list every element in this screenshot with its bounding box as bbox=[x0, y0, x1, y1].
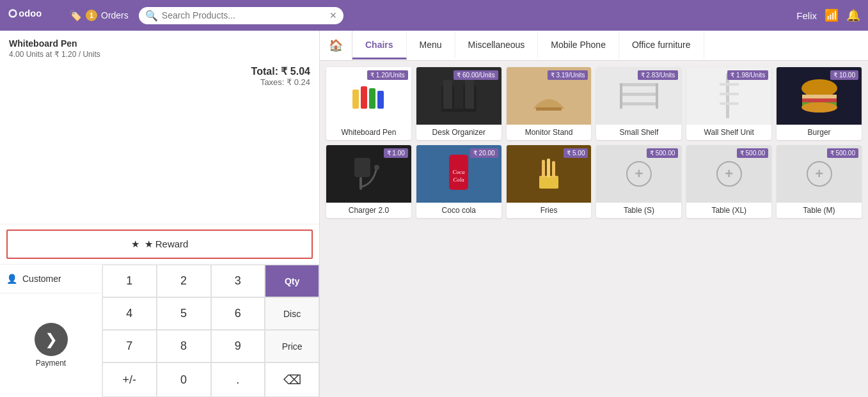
mobile-phone-label: Mobile Phone bbox=[551, 40, 606, 50]
product-burger[interactable]: ₹ 10.00 Burger bbox=[777, 67, 862, 140]
product-image-charger: ₹ 1.00 bbox=[326, 145, 411, 203]
right-panel: 🏠 Chairs Menu Miscellaneous Mobile Phone… bbox=[320, 31, 868, 397]
tab-mobile-phone[interactable]: Mobile Phone bbox=[538, 32, 619, 59]
key-dot[interactable]: . bbox=[211, 362, 265, 397]
svg-rect-13 bbox=[620, 93, 658, 96]
taxes-label: Taxes: bbox=[260, 77, 285, 87]
category-tabs: 🏠 Chairs Menu Miscellaneous Mobile Phone… bbox=[320, 31, 868, 61]
svg-rect-17 bbox=[726, 74, 729, 118]
key-2[interactable]: 2 bbox=[157, 265, 211, 297]
disc-button[interactable]: Disc bbox=[265, 297, 319, 330]
svg-rect-34 bbox=[547, 159, 550, 178]
order-totals: Total: ₹ 5.04 Taxes: ₹ 0.24 bbox=[9, 65, 310, 87]
product-name-cocacola: Coco cola bbox=[416, 203, 501, 218]
svg-rect-19 bbox=[720, 93, 739, 95]
svg-rect-26 bbox=[354, 158, 370, 177]
customer-label: Customer bbox=[22, 274, 61, 284]
product-name-desk-organizer: Desk Organizer bbox=[416, 125, 501, 140]
notification-icon: 🔔 bbox=[846, 8, 860, 22]
order-item-subtitle: 4.00 Units at ₹ 1.20 / Units bbox=[9, 50, 310, 59]
key-4[interactable]: 4 bbox=[102, 297, 157, 330]
product-small-shelf[interactable]: ₹ 2.83/Units Small Shelf bbox=[596, 67, 681, 140]
key-7[interactable]: 7 bbox=[102, 330, 157, 362]
product-image-table-m: ₹ 500.00 + bbox=[777, 145, 862, 203]
svg-point-21 bbox=[801, 79, 837, 97]
svg-rect-8 bbox=[443, 80, 452, 109]
svg-rect-23 bbox=[802, 98, 837, 102]
product-name-charger: Charger 2.0 bbox=[326, 203, 411, 218]
order-total-line: Total: ₹ 5.04 bbox=[9, 65, 310, 77]
header-right: Felix 📶 🔔 bbox=[796, 8, 860, 22]
tab-office-furniture[interactable]: Office furniture bbox=[619, 32, 704, 59]
product-cocacola[interactable]: ₹ 20.00 Coca Cola Coco cola bbox=[416, 145, 501, 218]
product-name-burger: Burger bbox=[777, 125, 862, 140]
product-image-whiteboard-pen: ₹ 1.20/Units bbox=[326, 67, 411, 125]
qty-button[interactable]: Qty bbox=[265, 265, 319, 297]
orders-label: Orders bbox=[101, 10, 129, 20]
add-circle-table-xl: + bbox=[716, 161, 742, 187]
key-3[interactable]: 3 bbox=[211, 265, 265, 297]
order-info: Whiteboard Pen 4.00 Units at ₹ 1.20 / Un… bbox=[0, 31, 319, 224]
clear-search-button[interactable]: ✕ bbox=[329, 10, 337, 20]
svg-rect-4 bbox=[361, 86, 367, 109]
product-name-table-s: Table (S) bbox=[596, 203, 681, 218]
tab-chairs[interactable]: Chairs bbox=[352, 32, 407, 59]
product-image-burger: ₹ 10.00 bbox=[777, 67, 862, 125]
product-table-s[interactable]: ₹ 500.00 + Table (S) bbox=[596, 145, 681, 218]
product-image-small-shelf: ₹ 2.83/Units bbox=[596, 67, 681, 125]
tab-menu[interactable]: Menu bbox=[407, 32, 455, 59]
product-fries[interactable]: ₹ 5.00 Fries bbox=[507, 145, 592, 218]
key-9[interactable]: 9 bbox=[211, 330, 265, 362]
product-image-table-xl: ₹ 500.00 + bbox=[686, 145, 771, 203]
product-whiteboard-pen[interactable]: ₹ 1.20/Units Whiteboard Pen bbox=[326, 67, 411, 140]
payment-label: Payment bbox=[36, 359, 66, 368]
product-wall-shelf-unit[interactable]: ₹ 1.98/Units Wall Shelf Unit bbox=[686, 67, 771, 140]
product-name-fries: Fries bbox=[507, 203, 592, 218]
product-image-fries: ₹ 5.00 bbox=[507, 145, 592, 203]
product-image-desk-organizer: ₹ 60.00/Units bbox=[416, 67, 501, 125]
key-1[interactable]: 1 bbox=[102, 265, 157, 297]
svg-rect-6 bbox=[377, 91, 384, 109]
key-5[interactable]: 5 bbox=[157, 297, 211, 330]
product-monitor-stand[interactable]: ₹ 3.19/Units Monitor Stand bbox=[507, 67, 592, 140]
backspace-button[interactable]: ⌫ bbox=[265, 362, 319, 397]
taxes-value: ₹ 0.24 bbox=[287, 77, 310, 87]
svg-rect-3 bbox=[352, 90, 359, 109]
numpad-area: 👤 Customer ❯ Payment 1 2 3 Qty 4 5 6 bbox=[0, 264, 319, 397]
svg-rect-35 bbox=[552, 161, 555, 178]
tab-miscellaneous[interactable]: Miscellaneous bbox=[455, 32, 539, 59]
key-plusminus[interactable]: +/- bbox=[102, 362, 157, 397]
home-tab[interactable]: 🏠 bbox=[320, 31, 352, 60]
svg-rect-5 bbox=[369, 88, 375, 109]
search-input[interactable] bbox=[162, 10, 326, 20]
key-6[interactable]: 6 bbox=[211, 297, 265, 330]
product-charger[interactable]: ₹ 1.00 Charger 2.0 bbox=[326, 145, 411, 218]
key-8[interactable]: 8 bbox=[157, 330, 211, 362]
menu-label: Menu bbox=[420, 40, 442, 50]
price-badge-table-xl: ₹ 500.00 bbox=[737, 148, 768, 158]
svg-rect-18 bbox=[720, 83, 739, 86]
product-table-xl[interactable]: ₹ 500.00 + Table (XL) bbox=[686, 145, 771, 218]
product-desk-organizer[interactable]: ₹ 60.00/Units Desk Organizer bbox=[416, 67, 501, 140]
orders-button[interactable]: 🏷️ 1 Orders bbox=[69, 10, 129, 22]
add-circle-table-m: + bbox=[807, 161, 832, 187]
reward-button[interactable]: ★ ★ Reward bbox=[6, 230, 313, 259]
payment-button[interactable]: ❯ Payment bbox=[28, 293, 74, 397]
product-table-m[interactable]: ₹ 500.00 + Table (M) bbox=[777, 145, 862, 218]
product-name-table-m: Table (M) bbox=[777, 203, 862, 218]
svg-rect-16 bbox=[656, 83, 658, 109]
svg-point-1 bbox=[10, 11, 15, 16]
svg-rect-15 bbox=[620, 83, 622, 109]
product-image-cocacola: ₹ 20.00 Coca Cola bbox=[416, 145, 501, 203]
price-button[interactable]: Price bbox=[265, 330, 319, 362]
svg-text:Coca: Coca bbox=[453, 169, 465, 175]
chevron-right-icon: ❯ bbox=[45, 331, 58, 348]
product-image-wall-shelf-unit: ₹ 1.98/Units bbox=[686, 67, 771, 125]
price-badge-table-s: ₹ 500.00 bbox=[647, 148, 678, 158]
customer-button[interactable]: 👤 Customer bbox=[0, 265, 102, 293]
svg-rect-33 bbox=[542, 160, 545, 178]
key-0[interactable]: 0 bbox=[157, 362, 211, 397]
svg-rect-11 bbox=[536, 107, 562, 111]
svg-point-28 bbox=[374, 165, 379, 170]
search-bar: 🔍 ✕ bbox=[139, 7, 343, 24]
